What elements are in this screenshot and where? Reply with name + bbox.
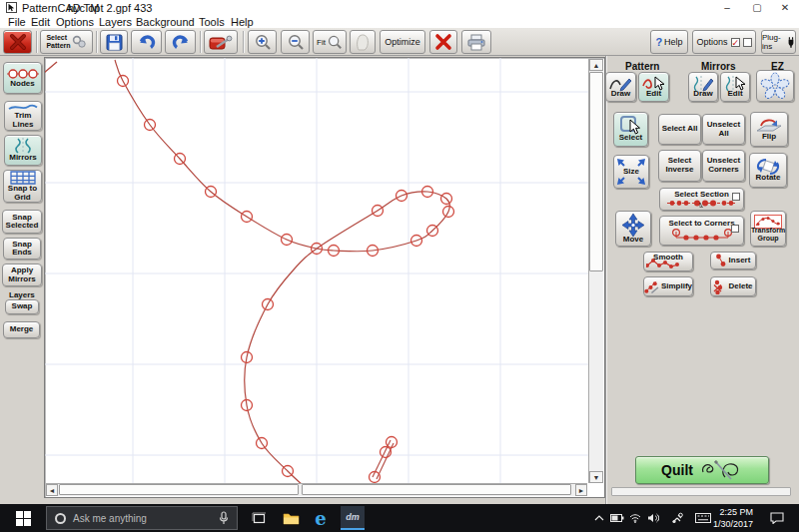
save-button[interactable] — [100, 30, 128, 54]
delete-node-button[interactable]: Delete — [710, 276, 756, 296]
undo-button[interactable] — [131, 30, 162, 54]
options-empty-checkbox[interactable] — [743, 38, 752, 47]
select-all-button[interactable]: Select All — [658, 114, 701, 145]
edge-browser-button[interactable]: e — [308, 504, 334, 532]
rotate-button[interactable]: Rotate — [749, 153, 787, 188]
apply-mirrors-button[interactable]: Apply Mirrors — [2, 264, 42, 286]
app-icon — [6, 2, 17, 13]
mirrors-edit-button[interactable]: Edit — [720, 72, 750, 102]
red-x-icon — [434, 33, 452, 51]
patterncad-taskbar-app[interactable]: dm — [341, 506, 365, 530]
file-explorer-button[interactable] — [278, 504, 304, 532]
quilt-button[interactable]: Quilt — [635, 456, 769, 484]
scroll-left-arrow[interactable]: ◄ — [46, 484, 58, 496]
select-pattern-button[interactable]: Select Pattern — [40, 30, 93, 54]
ez-button[interactable] — [756, 70, 794, 102]
maximize-button[interactable]: ▢ — [743, 0, 771, 16]
swap-button[interactable]: Swap — [5, 299, 39, 314]
move-arrows-icon — [620, 214, 646, 238]
options-checked-checkbox[interactable]: ✓ — [731, 38, 740, 47]
move-button[interactable]: Move — [615, 211, 651, 247]
select-section-checkbox[interactable] — [732, 193, 740, 201]
optimize-button[interactable]: Optimize — [380, 30, 425, 54]
zoom-in-button[interactable] — [248, 30, 277, 54]
hscroll-thumb-left[interactable] — [59, 484, 299, 495]
select-to-corners-checkbox[interactable] — [731, 225, 739, 233]
scroll-down-arrow[interactable]: ▼ — [589, 471, 603, 483]
action-center-button[interactable] — [763, 504, 791, 532]
volume-status[interactable] — [643, 504, 663, 532]
menu-background[interactable]: Background — [136, 16, 195, 28]
pan-button[interactable] — [350, 30, 376, 54]
pattern-edit-button[interactable]: Edit — [638, 72, 669, 102]
horizontal-scrollbar[interactable]: ◄ ► — [46, 483, 587, 496]
print-button[interactable] — [461, 30, 491, 54]
simplify-icon — [644, 279, 659, 294]
zoom-out-button[interactable] — [281, 30, 310, 54]
unselect-all-button[interactable]: Unselect All — [702, 114, 745, 145]
network-status[interactable] — [625, 504, 645, 532]
vscroll-thumb[interactable] — [589, 72, 603, 271]
eraser-tool-button[interactable] — [204, 30, 238, 54]
size-button[interactable]: Size — [613, 155, 649, 189]
menu-file[interactable]: File — [8, 16, 26, 28]
insert-button[interactable]: Insert — [710, 252, 756, 269]
battery-status[interactable] — [607, 504, 627, 532]
menu-bar: File Edit Options Layers Background Tool… — [0, 16, 799, 28]
scroll-right-arrow[interactable]: ► — [575, 484, 587, 496]
transform-group-button[interactable]: Transform Group — [750, 211, 786, 247]
select-section-button[interactable]: Select Section — [659, 188, 744, 211]
vertical-scrollbar[interactable]: ▲ ▼ — [588, 59, 603, 483]
cortana-search-input[interactable]: Ask me anything — [46, 506, 238, 530]
delete-pattern-button[interactable] — [429, 30, 457, 54]
smooth-button[interactable]: Smooth — [643, 252, 693, 271]
drawing-canvas[interactable]: ▲ ▼ ◄ ► — [44, 57, 605, 498]
hscroll-thumb-right[interactable] — [302, 484, 571, 495]
menu-edit[interactable]: Edit — [31, 16, 50, 28]
nodes-button[interactable]: Nodes — [3, 62, 42, 94]
select-to-corners-button[interactable]: Select to Corners — [659, 216, 744, 246]
flip-button[interactable]: Flip — [750, 112, 788, 147]
unselect-corners-button[interactable]: Unselect Corners — [702, 150, 745, 182]
select-section-icon — [667, 199, 737, 208]
snap-selected-button[interactable]: Snap Selected — [2, 210, 42, 234]
menu-layers[interactable]: Layers — [99, 16, 132, 28]
zoom-in-icon — [254, 33, 272, 51]
zoom-fit-button[interactable]: Fit — [313, 30, 347, 54]
pen-status[interactable] — [667, 504, 687, 532]
minimize-button[interactable]: – — [713, 0, 741, 16]
merge-button[interactable]: Merge — [3, 321, 40, 338]
mirrors-draw-button[interactable]: Draw — [688, 72, 718, 102]
start-button[interactable] — [0, 504, 46, 532]
clock-date[interactable]: 1/30/2017 — [713, 519, 753, 529]
simplify-button[interactable]: Simplify — [643, 276, 693, 296]
scroll-up-arrow[interactable]: ▲ — [589, 59, 603, 71]
menu-options[interactable]: Options — [56, 16, 94, 28]
clock-time[interactable]: 2:25 PM — [719, 507, 753, 517]
help-button[interactable]: ? Help — [650, 30, 688, 54]
menu-help[interactable]: Help — [231, 16, 254, 28]
snap-to-grid-button[interactable]: Snap to Grid — [3, 170, 42, 203]
options-button[interactable]: Options ✓ — [692, 30, 756, 54]
select-inverse-button[interactable]: Select Inverse — [658, 150, 701, 182]
blank-page-icon — [356, 34, 370, 51]
plugins-button[interactable]: Plug-ins — [761, 30, 796, 54]
undo-icon — [137, 34, 157, 50]
menu-tools[interactable]: Tools — [199, 16, 225, 28]
microphone-icon[interactable] — [219, 511, 229, 525]
snap-ends-button[interactable]: Snap Ends — [3, 238, 41, 260]
select-button[interactable]: Select — [613, 112, 648, 147]
chevron-up-icon — [594, 515, 604, 521]
mirrors-button[interactable]: Mirrors — [4, 135, 42, 166]
windows-logo-icon — [16, 511, 31, 526]
pattern-draw-button[interactable]: Draw — [605, 72, 636, 102]
close-button[interactable]: ✕ — [771, 0, 799, 16]
exit-button[interactable] — [3, 30, 32, 54]
trim-lines-button[interactable]: Trim Lines — [4, 101, 42, 131]
printer-icon — [466, 34, 486, 51]
speaker-icon — [647, 513, 659, 523]
tray-expand-button[interactable] — [589, 504, 609, 532]
task-view-button[interactable] — [246, 504, 272, 532]
touch-keyboard-button[interactable] — [691, 504, 715, 532]
redo-button[interactable] — [165, 30, 196, 54]
